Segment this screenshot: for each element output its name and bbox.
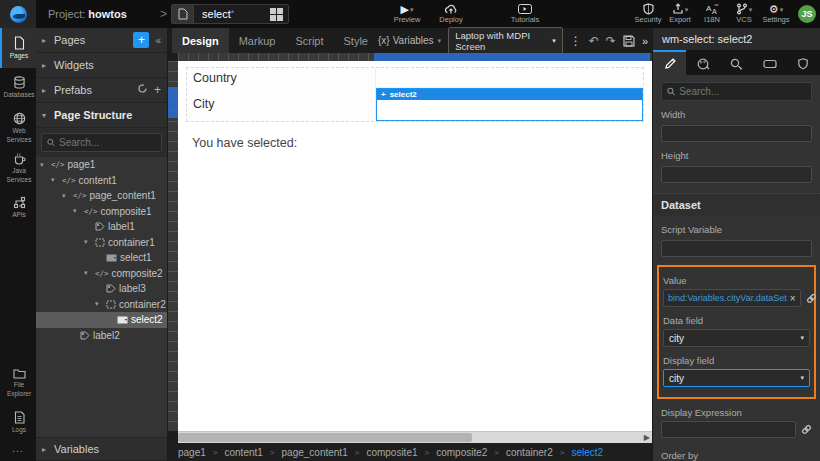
display-expression-input[interactable]: [661, 421, 796, 438]
section-pages[interactable]: ▸ Pages + «: [36, 28, 167, 53]
width-label: Width: [661, 109, 812, 120]
preview-button[interactable]: ▶▾ Preview: [385, 3, 429, 25]
horizontal-ruler: [178, 53, 652, 61]
tree-item-select1[interactable]: select1: [36, 250, 167, 266]
rail-item-web-services[interactable]: Web Services: [0, 108, 36, 148]
collapsed-arrow-icon: ▸: [42, 61, 54, 70]
canvas-horizontal-scrollbar[interactable]: ▶: [178, 431, 652, 443]
tree-item-label1[interactable]: label1: [36, 219, 167, 235]
tree-item-page1[interactable]: ▾</>page1: [36, 157, 167, 173]
breadcrumb-content1[interactable]: content1: [224, 447, 262, 458]
tree-item-composite1[interactable]: ▾</>composite1: [36, 204, 167, 220]
tree-item-label3[interactable]: label3: [36, 281, 167, 297]
security-button[interactable]: Security: [633, 3, 663, 25]
display-field-select[interactable]: city ▾: [663, 369, 810, 387]
rail-item-pages[interactable]: Pages: [0, 28, 36, 68]
rail-item-java-services[interactable]: Java Services: [0, 148, 36, 188]
clear-value-icon[interactable]: ×: [790, 293, 796, 304]
section-variables[interactable]: ▸ Variables: [36, 437, 167, 461]
tree-item-container2[interactable]: ▾container2: [36, 297, 167, 313]
property-search[interactable]: [661, 82, 812, 101]
country-label[interactable]: Country: [187, 68, 375, 88]
undo-button[interactable]: ↶: [589, 34, 599, 48]
export-button[interactable]: ▾ Export: [665, 3, 695, 25]
tab-events[interactable]: [720, 50, 753, 75]
tree-item-container1[interactable]: ▾container1: [36, 235, 167, 251]
bind-link-icon[interactable]: [801, 424, 812, 435]
tab-script[interactable]: Script: [285, 28, 333, 53]
tree-item-select2[interactable]: select2: [36, 312, 167, 328]
breadcrumb-composite1[interactable]: composite1: [366, 447, 417, 458]
section-widgets[interactable]: ▸ Widgets: [36, 53, 167, 78]
data-field-select[interactable]: city ▾: [663, 329, 810, 347]
breadcrumb-page_content1[interactable]: page_content1: [282, 447, 348, 458]
bind-link-icon[interactable]: [806, 293, 817, 304]
tab-properties[interactable]: [653, 50, 686, 75]
section-page-structure[interactable]: ▾ Page Structure: [36, 103, 167, 128]
tab-style[interactable]: Style: [334, 28, 378, 53]
top-bar: Project: howtos > select* ▶▾ Preview Dep…: [0, 0, 820, 28]
tree-item-page_content1[interactable]: ▾</>page_content1: [36, 188, 167, 204]
structure-search[interactable]: [41, 133, 162, 152]
page-grid-icon[interactable]: [270, 8, 283, 21]
tree-item-composite2[interactable]: ▾</>composite2: [36, 266, 167, 282]
settings-button[interactable]: ⚙▾ Settings: [761, 3, 791, 25]
save-button[interactable]: [623, 35, 635, 47]
deploy-button[interactable]: Deploy: [429, 3, 473, 25]
country-select-cell[interactable]: [375, 68, 643, 88]
tab-security[interactable]: [787, 50, 820, 75]
variables-menu[interactable]: {x} Variables ▾: [378, 35, 441, 46]
rail-item-logs[interactable]: Logs: [0, 403, 36, 443]
rail-item-databases[interactable]: Databases: [0, 68, 36, 108]
breadcrumb-select2[interactable]: select2: [571, 447, 603, 458]
width-input[interactable]: [661, 125, 812, 142]
tab-design[interactable]: Design: [172, 28, 229, 53]
refresh-icon[interactable]: [137, 83, 148, 97]
inspector-body: Width Height Dataset Script Variable Val…: [653, 75, 820, 461]
user-avatar[interactable]: JS: [798, 5, 816, 23]
section-prefabs[interactable]: ▸ Prefabs +: [36, 78, 167, 103]
kebab-menu-icon[interactable]: ⋮: [570, 34, 582, 48]
scrollbar-thumb[interactable]: [178, 433, 472, 442]
rail-item-file-explorer[interactable]: File Explorer: [0, 363, 36, 403]
modified-marker: *: [231, 8, 235, 18]
property-search-input[interactable]: [679, 86, 806, 97]
redo-button[interactable]: ↷: [606, 34, 616, 48]
i18n-button[interactable]: AA I18N: [697, 3, 727, 25]
breadcrumb-container2[interactable]: container2: [506, 447, 553, 458]
add-prefab-icon[interactable]: +: [154, 83, 161, 97]
expand-panel-icon[interactable]: »: [642, 35, 648, 47]
translate-icon: AA: [706, 3, 719, 15]
select2-widget[interactable]: + select2: [376, 88, 643, 121]
page-selector-dropdown[interactable]: select*: [171, 4, 289, 24]
breadcrumb-page1[interactable]: page1: [178, 447, 206, 458]
device-selector[interactable]: Laptop with MDPI Screen ▾: [448, 27, 563, 55]
breadcrumb-composite2[interactable]: composite2: [436, 447, 487, 458]
select2-widget-body[interactable]: [377, 100, 642, 120]
tab-markup[interactable]: Markup: [229, 28, 286, 53]
log-file-icon: [14, 411, 25, 424]
rail-item-apis[interactable]: APIs: [0, 188, 36, 228]
variables-icon: {x}: [378, 35, 390, 46]
design-canvas[interactable]: Country City + select2: [178, 61, 652, 431]
value-input[interactable]: bind:Variables.cityVar.dataSet ×: [663, 289, 801, 307]
code-icon: </>: [51, 160, 65, 169]
script-variable-input[interactable]: [661, 240, 812, 257]
structure-search-input[interactable]: [59, 137, 156, 148]
select2-widget-header[interactable]: + select2: [377, 89, 642, 100]
canvas-toolbar: Design Markup Script Style {x} Variables…: [168, 28, 652, 53]
rail-more-button[interactable]: ...: [0, 443, 36, 461]
city-label[interactable]: City: [187, 88, 375, 121]
tab-styles[interactable]: [686, 50, 719, 75]
tab-device[interactable]: [753, 50, 786, 75]
scroll-right-arrow-icon[interactable]: ▶: [644, 432, 650, 444]
add-page-button[interactable]: +: [133, 32, 149, 48]
vcs-button[interactable]: ▾ VCS: [729, 3, 759, 25]
tree-item-label2[interactable]: label2: [36, 328, 167, 344]
height-input[interactable]: [661, 166, 812, 183]
app-logo[interactable]: [0, 0, 36, 28]
tutorials-button[interactable]: Tutorials: [503, 3, 547, 25]
tree-item-content1[interactable]: ▾</>content1: [36, 173, 167, 189]
collapse-panel-icon[interactable]: «: [155, 35, 161, 46]
height-label: Height: [661, 150, 812, 161]
